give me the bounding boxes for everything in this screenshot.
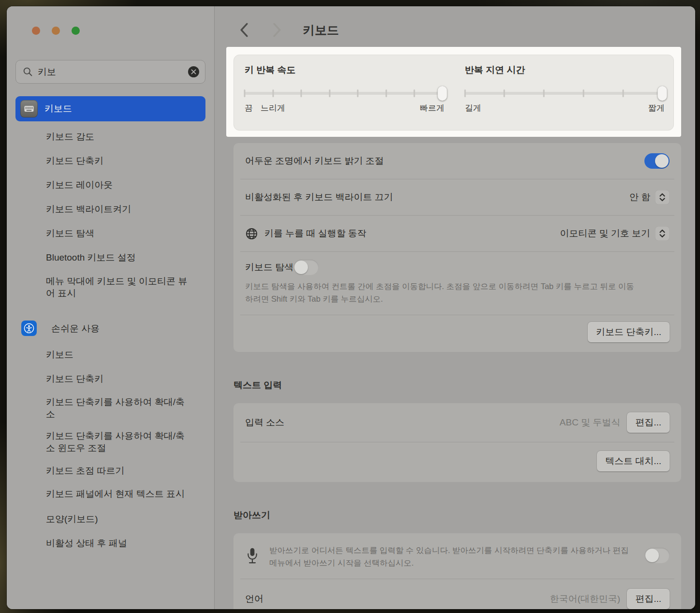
- input-source-row: 입력 소스 ABC 및 두벌식 편집...: [233, 403, 681, 442]
- dictation-language-value: 한국어(대한민국): [550, 593, 621, 605]
- close-window-button[interactable]: [32, 27, 40, 35]
- shortcuts-button-row: 키보드 단축키...: [233, 315, 681, 352]
- sidebar-item-keyboard-shortcuts[interactable]: 키보드 단축키: [15, 150, 205, 172]
- text-input-heading: 텍스트 입력: [233, 379, 695, 392]
- popup-chevrons-icon: [655, 190, 670, 204]
- dictation-toggle[interactable]: [644, 548, 670, 563]
- system-settings-window: 키보드 키보드 감도 키보드 단축키 키보드 레이아웃 키보드 백라이트켜기 키…: [7, 6, 695, 609]
- brightness-row: 어두운 조명에서 키보드 밝기 조절: [233, 143, 681, 179]
- text-replacements-button[interactable]: 텍스트 대치...: [597, 451, 670, 471]
- text-replace-row: 텍스트 대치...: [233, 442, 681, 482]
- sidebar-item-axx-keyboard[interactable]: 키보드: [15, 344, 205, 365]
- sidebar-results: 키보드 키보드 감도 키보드 단축키 키보드 레이아웃 키보드 백라이트켜기 키…: [15, 96, 205, 554]
- dictation-row: 받아쓰기로 어디서든 텍스트를 입력할 수 있습니다. 받아쓰기를 시작하려면 …: [233, 533, 681, 579]
- repeat-delay-title: 반복 지연 시간: [465, 64, 663, 76]
- sidebar-item-axx-panel-text[interactable]: 키보드 패널에서 현재 텍스트 표시: [15, 484, 205, 505]
- keyboard-brightness-toggle[interactable]: [644, 153, 670, 169]
- keyboard-settings-panel: 어두운 조명에서 키보드 밝기 조절 비활성화된 후 키보드 백라이트 끄기 안…: [233, 143, 681, 352]
- fn-key-action-popup[interactable]: 이모티콘 및 기호 보기: [560, 226, 670, 241]
- keyboard-navigation-toggle[interactable]: [293, 260, 319, 275]
- keyboard-shortcuts-button[interactable]: 키보드 단축키...: [588, 322, 670, 342]
- repeat-delay-slider-handle[interactable]: [657, 86, 667, 101]
- repeat-settings-highlight: 키 반복 속도 끔 느리게 빠르게 반복 지연 시간: [226, 47, 681, 137]
- microphone-icon: [246, 547, 261, 565]
- edit-input-sources-button[interactable]: 편집...: [627, 412, 670, 433]
- sidebar-item-axx-shortcuts[interactable]: 키보드 단축키: [15, 368, 205, 389]
- key-repeat-slider[interactable]: [245, 92, 443, 95]
- sidebar-item-axx-zoom-shortcut[interactable]: 키보드 단축키를 사용하여 확대/축소: [15, 392, 205, 423]
- keyboard-icon: [20, 100, 38, 117]
- sidebar-item-axx-appearance[interactable]: 모양(키보드): [15, 508, 205, 529]
- sidebar-item-keyboard-layout[interactable]: 키보드 레이아웃: [15, 175, 205, 196]
- edit-dictation-language-button[interactable]: 편집...: [627, 589, 670, 609]
- sidebar-item-axx-follow-focus[interactable]: 키보드 초점 따르기: [15, 460, 205, 481]
- clear-search-icon[interactable]: [188, 66, 199, 77]
- forward-icon[interactable]: [269, 22, 285, 38]
- sidebar-item-axx-inactive-panel[interactable]: 비활성 상태 후 패널: [15, 532, 205, 554]
- keyboard-navigation-row: 키보드 탐색 키보드 탐색을 사용하여 컨트롤 간에 초점을 이동합니다. 초점…: [233, 252, 681, 315]
- fn-key-action-row: 키를 누를 때 실행할 동작 이모티콘 및 기호 보기: [233, 216, 681, 251]
- popup-chevrons-icon: [655, 226, 670, 241]
- sidebar-item-axx-zoom-window[interactable]: 키보드 단축키를 사용하여 확대/축소 윈도우 조절: [15, 426, 205, 457]
- main-content: 키보드 키 반복 속도 끔 느리게 빠르게: [215, 6, 695, 609]
- key-repeat-group: 키 반복 속도 끔 느리게 빠르게: [245, 64, 443, 130]
- minimize-window-button[interactable]: [52, 27, 60, 35]
- repeat-delay-slider[interactable]: [465, 92, 663, 95]
- backlight-off-row: 비활성화된 후 키보드 백라이트 끄기 안 함: [233, 179, 681, 215]
- input-source-value: ABC 및 두벌식: [560, 416, 621, 429]
- repeat-delay-labels: 길게 짧게: [465, 102, 663, 114]
- dictation-panel: 받아쓰기로 어디서든 텍스트를 입력할 수 있습니다. 받아쓰기를 시작하려면 …: [233, 533, 681, 609]
- text-input-panel: 입력 소스 ABC 및 두벌식 편집... 텍스트 대치...: [233, 403, 681, 482]
- dictation-language-row: 언어 한국어(대한민국) 편집...: [233, 579, 681, 609]
- repeat-delay-group: 반복 지연 시간 길게 짧게: [465, 64, 663, 130]
- sidebar-item-accessibility[interactable]: 손쉬운 사용: [15, 316, 205, 341]
- header: 키보드: [215, 6, 695, 47]
- keyboard-navigation-description: 키보드 탐색을 사용하여 컨트롤 간에 초점을 이동합니다. 초점을 앞으로 이…: [245, 280, 637, 305]
- sidebar-item-bluetooth-keyboard[interactable]: Bluetooth 키보드 설정: [15, 247, 205, 268]
- key-repeat-slider-handle[interactable]: [438, 86, 447, 101]
- sidebar-item-menubar-viewer[interactable]: 메뉴 막대에 키보드 및 이모티콘 뷰어 표시: [15, 271, 205, 302]
- repeat-settings-panel: 키 반복 속도 끔 느리게 빠르게 반복 지연 시간: [233, 55, 674, 131]
- search-icon: [23, 67, 33, 77]
- sidebar-item-keyboard-navigation[interactable]: 키보드 탐색: [15, 223, 205, 244]
- globe-icon: [245, 227, 258, 240]
- sidebar: 키보드 키보드 감도 키보드 단축키 키보드 레이아웃 키보드 백라이트켜기 키…: [7, 6, 215, 609]
- key-repeat-title: 키 반복 속도: [245, 64, 443, 76]
- window-controls: [15, 6, 205, 35]
- search-input[interactable]: [38, 67, 188, 77]
- backlight-off-popup[interactable]: 안 함: [629, 190, 670, 204]
- sidebar-item-label: 키보드: [44, 102, 72, 115]
- page-title: 키보드: [303, 22, 339, 38]
- key-repeat-labels: 끔 느리게 빠르게: [245, 102, 443, 114]
- dictation-description: 받아쓰기로 어디서든 텍스트를 입력할 수 있습니다. 받아쓰기를 시작하려면 …: [269, 544, 644, 569]
- dictation-heading: 받아쓰기: [233, 509, 695, 522]
- sidebar-item-keyboard-sensitivity[interactable]: 키보드 감도: [15, 126, 205, 147]
- zoom-window-button[interactable]: [72, 27, 80, 35]
- search-field[interactable]: [15, 60, 205, 84]
- accessibility-icon: [21, 321, 37, 336]
- back-icon[interactable]: [236, 22, 252, 38]
- sidebar-item-keyboard-backlight[interactable]: 키보드 백라이트켜기: [15, 199, 205, 220]
- sidebar-item-keyboard[interactable]: 키보드: [15, 96, 205, 121]
